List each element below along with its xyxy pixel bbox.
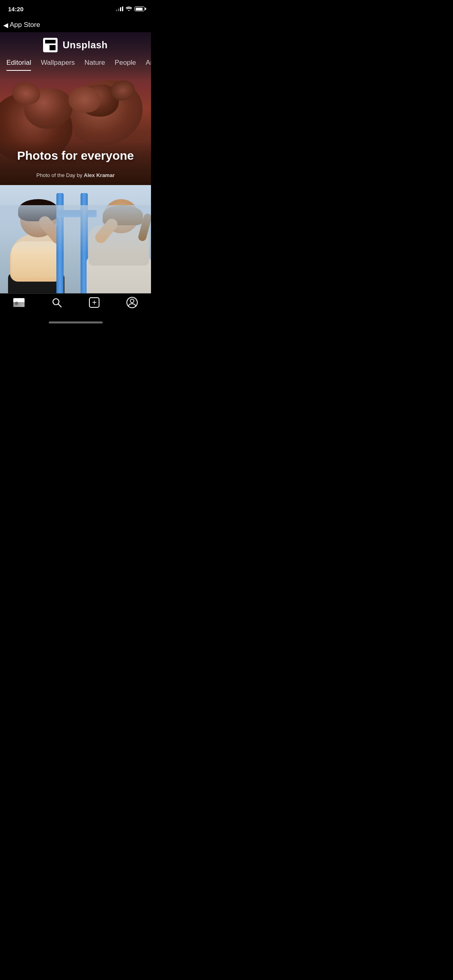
back-navigation[interactable]: ◀ App Store [0, 18, 151, 32]
unsplash-logo-icon [43, 38, 58, 52]
wifi-icon [126, 6, 132, 12]
back-arrow-icon: ◀ [3, 21, 8, 29]
hero-section: Unsplash Editorial Wallpapers Nature Peo… [0, 32, 151, 185]
search-icon [51, 297, 62, 308]
plus-icon [89, 297, 100, 308]
back-label: App Store [10, 21, 40, 29]
photo-credit-text: Photo of the Day by Alex Kramar [36, 172, 114, 178]
tab-nature[interactable]: Nature [85, 59, 105, 71]
app-title: Unsplash [62, 39, 108, 51]
tab-architect[interactable]: Architect [146, 59, 151, 71]
tab-wallpapers[interactable]: Wallpapers [41, 59, 74, 71]
status-bar: 14:20 [0, 0, 151, 18]
signal-strength-icon [116, 6, 123, 11]
main-scroll-area: Unsplash Editorial Wallpapers Nature Peo… [0, 32, 151, 293]
svg-point-3 [130, 299, 134, 303]
home-indicator [49, 321, 103, 323]
photo-credit: Photo of the Day by Alex Kramar [0, 171, 151, 179]
tab-upload[interactable] [82, 297, 106, 308]
hero-text: Photos for everyone [0, 149, 151, 163]
nav-tabs: Editorial Wallpapers Nature People Archi… [0, 52, 151, 71]
svg-line-1 [58, 304, 61, 307]
tab-profile[interactable] [120, 297, 144, 308]
profile-icon [126, 297, 138, 308]
app-header: Unsplash Editorial Wallpapers Nature Peo… [0, 32, 151, 71]
tab-home[interactable] [7, 297, 31, 308]
status-time: 14:20 [8, 6, 23, 12]
tab-people[interactable]: People [115, 59, 136, 71]
home-icon [13, 297, 25, 308]
city-bg [0, 205, 151, 253]
logo-row: Unsplash [43, 32, 108, 52]
hero-headline: Photos for everyone [0, 149, 151, 163]
sponsored-photo-card: DocuSign Sponsored [0, 185, 151, 293]
tab-search[interactable] [45, 297, 69, 308]
rock-decoration [68, 86, 101, 113]
status-icons [116, 6, 145, 12]
tab-editorial[interactable]: Editorial [6, 59, 31, 71]
battery-icon [134, 6, 145, 11]
